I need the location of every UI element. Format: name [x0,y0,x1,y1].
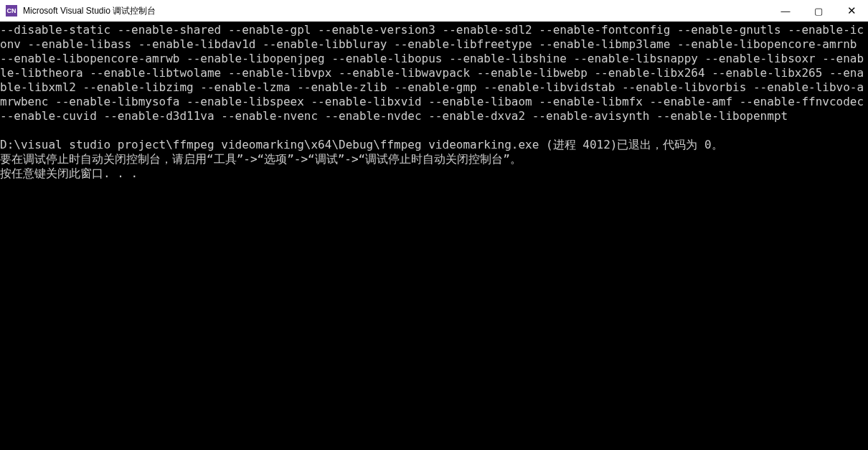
process-exit-line: D:\visual studio project\ffmpeg videomar… [0,138,723,151]
window-title: Microsoft Visual Studio 调试控制台 [23,5,769,17]
blank-line [0,123,868,138]
close-button[interactable]: ✕ [835,0,868,22]
console-output[interactable]: --disable-static --enable-shared --enabl… [0,22,868,450]
app-icon: CN [6,5,17,17]
minimize-button[interactable]: — [769,0,802,22]
window-controls: — ▢ ✕ [769,0,868,22]
build-flags-text: --disable-static --enable-shared --enabl… [0,23,868,123]
titlebar: CN Microsoft Visual Studio 调试控制台 — ▢ ✕ [0,0,868,22]
maximize-button[interactable]: ▢ [802,0,835,22]
debug-hint-line: 要在调试停止时自动关闭控制台，请启用“工具”->“选项”->“调试”->“调试停… [0,152,522,166]
press-key-line: 按任意键关闭此窗口. . . [0,167,138,180]
